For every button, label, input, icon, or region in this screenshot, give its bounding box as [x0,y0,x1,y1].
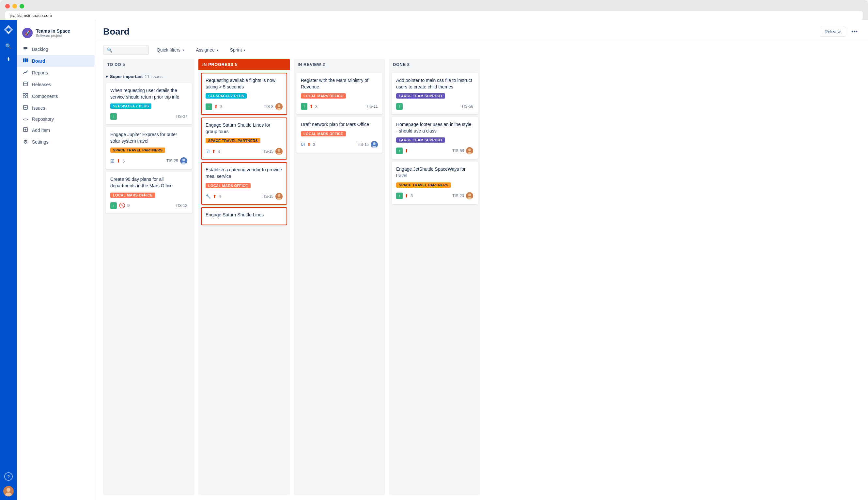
card-tis-37[interactable]: When requesting user details the service… [106,83,192,124]
more-options-button[interactable]: ••• [849,27,860,36]
card-tis-11[interactable]: Register with the Mars Ministry of Reven… [296,73,382,114]
add-item-icon [22,127,29,134]
card-tis-8[interactable]: Requesting available flights is now taki… [201,73,287,115]
reports-icon [22,69,29,76]
repository-label: Repository [32,116,54,122]
inreview-column-header: IN REVIEW 2 [294,59,385,70]
svg-rect-4 [23,48,27,49]
inprogress-column-body: Requesting available flights is now taki… [198,70,290,495]
card-tag: SPACE TRAVEL PARTNERS [110,148,165,153]
quick-filters-button[interactable]: Quick filters ▾ [153,45,188,55]
main-content: Board Release ••• 🔍 Quick filters ▾ Assi… [95,20,868,500]
column-done: DONE 8 Add pointer to main css file to i… [389,59,480,495]
done-column-header: DONE 8 [389,59,480,70]
svg-rect-3 [23,47,27,48]
block-icon: 🚫 [119,202,125,208]
sidebar-item-backlog[interactable]: Backlog [17,43,95,55]
card-footer: ↑ ⬆ 3 TIS-11 [301,103,378,110]
quick-filters-chevron: ▾ [182,48,184,52]
card-tis-23[interactable]: Engage JetShuttle SpaceWays for travel S… [391,161,478,204]
card-tis-25[interactable]: Engage Jupiter Express for outer solar s… [106,127,192,169]
sidebar-item-components[interactable]: Components [17,90,95,102]
add-item-label: Add item [32,128,50,133]
todo-column-body: ▾ Super important 11 issues When request… [103,70,194,495]
card-footer: ☑ ⬆ 5 TIS-25 [110,157,187,164]
assignee-avatar [275,193,283,200]
maximize-dot[interactable] [20,4,24,9]
left-rail: 🔍 + ? [0,20,17,500]
svg-rect-6 [23,58,24,62]
close-dot[interactable] [5,4,10,9]
group-super-important[interactable]: ▾ Super important 11 issues [106,73,192,80]
assignee-chevron: ▾ [217,48,218,52]
sidebar-item-settings[interactable]: ⚙ Settings [17,136,95,148]
card-footer: ↑ ⬆ TIS-68 [396,147,473,155]
card-tag: SPACE TRAVEL PARTNERS [206,138,260,143]
priority-high-icon: ⬆ [309,104,313,109]
priority-high-icon: ⬆ [213,194,217,199]
sidebar-item-board[interactable]: Board [17,55,95,67]
app-container: 🔍 + ? 🚀 Teams in Space Software project … [0,20,868,500]
ticket-id: TIS-56 [461,104,473,109]
card-tis-56[interactable]: Add pointer to main css file to instruct… [391,73,478,114]
card-title: Engage Saturn Shuttle Lines for group to… [206,122,283,135]
group-label: Super important [110,74,142,79]
sidebar-item-repository[interactable]: <> Repository [17,114,95,124]
releases-label: Releases [32,82,51,87]
group-count: 11 issues [145,74,162,79]
priority-high-icon: ⬆ [212,149,216,154]
sprint-chevron: ▾ [244,48,245,52]
svg-rect-12 [26,93,28,95]
quick-filters-label: Quick filters [157,47,181,53]
card-tis-15-catering[interactable]: Establish a catering vendor to provide m… [201,162,287,204]
card-title: Add pointer to main css file to instruct… [396,77,473,90]
sidebar-item-issues[interactable]: Issues [17,102,95,114]
svg-point-33 [373,142,376,145]
assignee-avatar [466,192,473,200]
assignee-label: Assignee [196,47,215,53]
project-header[interactable]: 🚀 Teams in Space Software project [17,25,95,43]
card-title: Engage JetShuttle SpaceWays for travel [396,166,473,179]
sidebar-item-releases[interactable]: Releases [17,79,95,90]
story-icon: ↑ [396,148,403,154]
search-box[interactable]: 🔍 [103,45,149,55]
board-toolbar: 🔍 Quick filters ▾ Assignee ▾ Sprint ▾ [95,41,868,59]
card-tis-15-saturn[interactable]: Engage Saturn Shuttle Lines for group to… [201,117,287,160]
jira-logo[interactable] [3,24,14,36]
card-footer: ↑ 🚫 9 TIS-12 [110,202,187,209]
components-icon [22,93,29,100]
project-info: Teams in Space Software project [36,29,70,37]
card-title: Register with the Mars Ministry of Reven… [301,77,378,90]
sidebar-item-reports[interactable]: Reports [17,67,95,79]
card-title: Homepage footer uses an inline style - s… [396,122,473,134]
board-title: Board [103,26,129,37]
rail-help-icon[interactable]: ? [4,472,13,481]
board-icon [22,58,29,64]
minimize-dot[interactable] [12,4,17,9]
assignee-avatar [371,141,378,148]
user-avatar-rail[interactable] [3,486,14,497]
reports-label: Reports [32,70,48,76]
search-icon: 🔍 [107,47,112,53]
column-inprogress: IN PROGRESS 5 Requesting available fligh… [198,59,290,495]
story-icon: ↑ [301,103,307,110]
sprint-filter-button[interactable]: Sprint ▾ [226,45,250,55]
project-name: Teams in Space [36,29,70,34]
svg-point-21 [182,159,185,161]
card-tis-12[interactable]: Create 90 day plans for all departments … [106,172,192,213]
story-icon: ↑ [110,202,117,209]
card-title: Engage Jupiter Express for outer solar s… [110,132,187,144]
sidebar-item-add-item[interactable]: Add item [17,124,95,136]
checkbox-icon: ☑ [301,142,305,147]
card-tis-15-network[interactable]: Draft network plan for Mars Office LOCAL… [296,117,382,153]
address-bar[interactable]: jira.teamsinspace.com [5,11,863,20]
rail-search-icon[interactable]: 🔍 [3,41,14,51]
assignee-filter-button[interactable]: Assignee ▾ [192,45,222,55]
svg-point-24 [278,104,280,107]
rail-create-icon[interactable]: + [3,54,14,64]
card-tis-68[interactable]: Homepage footer uses an inline style - s… [391,117,478,159]
wrench-icon: 🔧 [206,194,211,199]
release-button[interactable]: Release [820,27,846,36]
card-saturn-partial[interactable]: Engage Saturn Shuttle Lines [201,207,287,226]
card-footer: ↑ TIS-56 [396,103,473,110]
